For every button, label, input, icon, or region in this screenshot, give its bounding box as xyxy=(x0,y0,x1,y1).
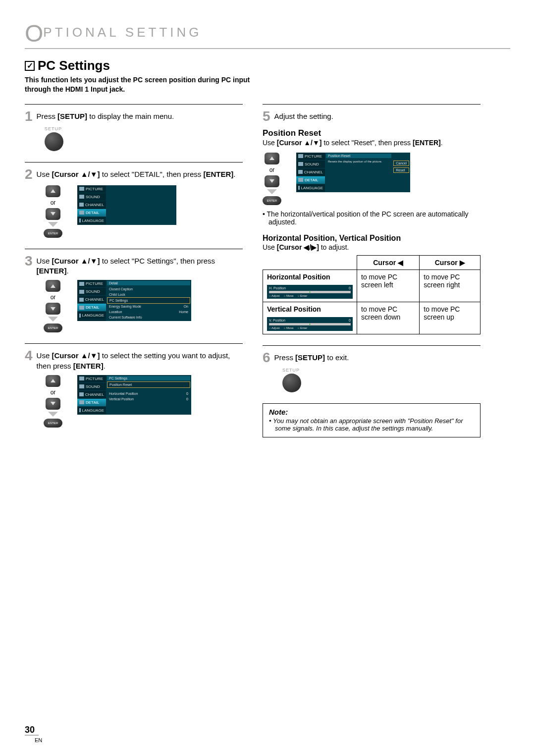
cursor-up-icon xyxy=(46,185,60,197)
step-1: 1 Press [SETUP] to display the main menu… xyxy=(25,104,243,151)
language-icon xyxy=(79,218,81,222)
sound-icon xyxy=(79,290,84,294)
enter-button-icon: ENTER xyxy=(44,229,62,238)
position-table: Cursor ◀ Cursor ▶ Horizontal Position H.… xyxy=(263,255,481,334)
cell-h-right: to move PC screen right xyxy=(420,270,481,302)
cell-h-left: to move PC screen left xyxy=(357,270,420,302)
note-box: Note: You may not obtain an appropriate … xyxy=(263,403,481,437)
channel-icon xyxy=(79,298,84,302)
channel-icon xyxy=(298,170,303,174)
col-cursor-right: Cursor ▶ xyxy=(420,255,481,270)
dpad-graphic: or ENTER xyxy=(263,153,281,205)
cursor-down-icon xyxy=(46,398,60,410)
osd-menu: PICTURE SOUND CHANNEL DETAIL LANGUAGE Po… xyxy=(296,153,410,192)
osd-message: Resets the display position of the pictu… xyxy=(326,159,391,164)
dpad-graphic: or ENTER xyxy=(44,185,62,238)
step-number: 4 xyxy=(25,349,33,363)
step-text: Press [SETUP] to exit. xyxy=(274,351,349,363)
picture-icon xyxy=(79,187,84,191)
osd-panel-title: Position Reset xyxy=(326,154,391,158)
osd-menu: PICTURE SOUND CHANNEL DETAIL LANGUAGE xyxy=(77,185,176,225)
language-icon xyxy=(79,408,81,412)
header-initial: O xyxy=(25,20,43,47)
section-title-text: PC Settings xyxy=(38,58,110,73)
page-header: OPTIONAL SETTING xyxy=(25,20,510,47)
position-reset-note: The horizontal/vertical position of the … xyxy=(263,210,481,226)
right-column: 5 Adjust the setting. Position Reset Use… xyxy=(263,104,481,438)
page-footer: 30 EN xyxy=(25,725,42,744)
page-lang: EN xyxy=(35,737,42,743)
step-number: 5 xyxy=(263,109,270,123)
col-cursor-left: Cursor ◀ xyxy=(357,255,420,270)
row-vertical-label: Vertical Position xyxy=(267,305,353,315)
slider-bar-icon xyxy=(269,323,351,325)
dpad-graphic: or ENTER xyxy=(44,375,62,428)
osd-panel-title: PC Settings xyxy=(107,376,190,380)
step-6: 6 Press [SETUP] to exit. SETUP xyxy=(263,345,481,392)
row-horizontal-label: Horizontal Position xyxy=(267,273,353,283)
osd-panel-title: Detail xyxy=(107,281,190,285)
step-3: 3 Use [Cursor ▲/▼] to select "PC Setting… xyxy=(25,249,243,333)
detail-icon xyxy=(79,400,84,404)
cursor-up-icon xyxy=(46,280,60,292)
picture-icon xyxy=(79,282,84,286)
dpad-graphic: or ENTER xyxy=(44,280,62,332)
hv-text: Use [Cursor ◀/▶] to adjust. xyxy=(263,243,481,252)
osd-reset-button: Reset xyxy=(393,167,409,173)
detail-icon xyxy=(79,211,84,215)
or-label: or xyxy=(51,199,56,206)
step-number: 6 xyxy=(263,351,270,365)
sound-icon xyxy=(79,384,84,388)
enter-button-icon: ENTER xyxy=(44,419,62,428)
setup-button-icon xyxy=(282,374,301,392)
osd-menu: PICTURE SOUND CHANNEL DETAIL LANGUAGE PC… xyxy=(77,375,191,415)
step-text: Press [SETUP] to display the main menu. xyxy=(37,109,174,121)
cursor-up-icon xyxy=(46,375,60,387)
header-rule xyxy=(25,48,510,49)
step-4: 4 Use [Cursor ▲/▼] to select the setting… xyxy=(25,343,243,428)
dpad-pointer-icon xyxy=(48,317,58,322)
setup-label: SETUP xyxy=(45,126,243,131)
setup-label: SETUP xyxy=(282,368,481,373)
hv-heading: Horizontal Position, Vertical Position xyxy=(263,234,481,243)
step-text: Use [Cursor ▲/▼] to select "PC Settings"… xyxy=(37,254,243,276)
mini-osd-horizontal: H. Position0 AdjustMoveEnter xyxy=(267,285,353,299)
position-reset-heading: Position Reset xyxy=(263,128,481,138)
cursor-down-icon xyxy=(265,175,279,187)
or-label: or xyxy=(51,389,56,396)
or-label: or xyxy=(51,294,56,301)
page-number: 30 xyxy=(25,725,39,736)
enter-button-icon: ENTER xyxy=(44,324,62,332)
osd-cancel-button: Cancel xyxy=(393,161,409,166)
cursor-down-icon xyxy=(46,208,60,220)
checkbox-icon: ✓ xyxy=(25,61,35,71)
dpad-pointer-icon xyxy=(267,189,277,194)
osd-menu: PICTURE SOUND CHANNEL DETAIL LANGUAGE De… xyxy=(77,280,191,321)
left-column: 1 Press [SETUP] to display the main menu… xyxy=(25,104,243,438)
mini-osd-vertical: V. Position0 AdjustMoveEnter xyxy=(267,317,353,331)
detail-icon xyxy=(298,178,303,182)
section-intro: This function lets you adjust the PC scr… xyxy=(25,75,263,94)
step-text: Use [Cursor ▲/▼] to select "DETAIL", the… xyxy=(37,167,236,179)
picture-icon xyxy=(79,377,84,380)
or-label: or xyxy=(269,166,275,173)
cell-v-left: to move PC screen down xyxy=(357,302,420,334)
step-number: 3 xyxy=(25,254,33,268)
picture-icon xyxy=(298,154,303,158)
enter-button-icon: ENTER xyxy=(263,196,281,205)
step-number: 2 xyxy=(25,167,33,181)
sound-icon xyxy=(79,195,84,199)
cursor-up-icon xyxy=(265,153,279,164)
cell-v-right: to move PC screen up xyxy=(420,302,481,334)
step-5: 5 Adjust the setting. Position Reset Use… xyxy=(263,104,481,334)
cursor-down-icon xyxy=(46,303,60,315)
position-reset-text: Use [Cursor ▲/▼] to select "Reset", then… xyxy=(263,138,481,148)
note-title: Note: xyxy=(269,408,474,416)
sound-icon xyxy=(298,162,303,166)
step-2: 2 Use [Cursor ▲/▼] to select "DETAIL", t… xyxy=(25,162,243,238)
dpad-pointer-icon xyxy=(48,412,58,417)
step-number: 1 xyxy=(25,109,33,123)
channel-icon xyxy=(79,203,84,207)
setup-button-icon xyxy=(45,132,63,151)
language-icon xyxy=(298,186,300,190)
